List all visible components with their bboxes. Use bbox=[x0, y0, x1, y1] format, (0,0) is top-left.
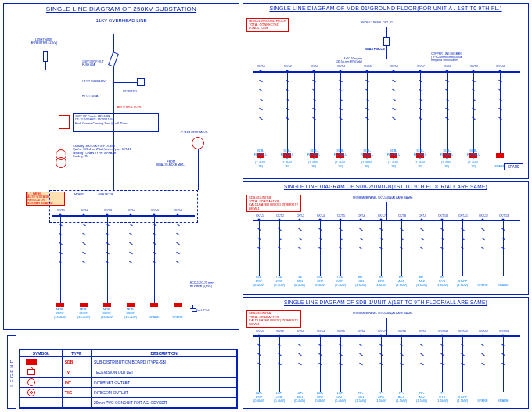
feeder-id: CKT-5 bbox=[334, 330, 348, 333]
feeder-label: SPARE bbox=[498, 283, 508, 287]
breaker-icon bbox=[461, 247, 465, 250]
breaker-icon bbox=[278, 238, 282, 241]
feeder-id: CKT-1 bbox=[54, 209, 68, 212]
feeder: CKT-6SDB-FL#06/U-A (7.4kW-1P) bbox=[394, 71, 394, 156]
breaker-icon bbox=[365, 80, 369, 83]
bus-node bbox=[401, 335, 403, 337]
feeder-id: CKT-6 bbox=[354, 214, 368, 217]
breaker-icon bbox=[481, 353, 485, 356]
breaker-icon bbox=[440, 238, 444, 241]
legend-desc: SUB-DISTRIBUTION BOARD (TYPE-SB) bbox=[91, 357, 236, 367]
sdb2-from: FROM MDB PANEL CKT-1/40A(ALL ARE SAME) bbox=[353, 196, 413, 199]
breaker-icon bbox=[379, 238, 383, 241]
mdb01-label: MDB-01 bbox=[74, 193, 84, 196]
feeder-label: MDB-01/GF (16.4kW) bbox=[77, 307, 90, 319]
bus-node bbox=[502, 219, 505, 221]
bus-node bbox=[366, 70, 368, 73]
feeder: CKT-4MDB-03/GF (16.4kW) bbox=[131, 215, 131, 305]
bus-node bbox=[258, 219, 261, 221]
breaker-icon bbox=[472, 99, 476, 102]
breaker-icon bbox=[461, 228, 465, 231]
breaker-icon bbox=[278, 247, 282, 250]
feeder-label: SPARE bbox=[149, 315, 159, 319]
generator-icon bbox=[192, 137, 204, 149]
legend-symbol-icon bbox=[23, 378, 40, 386]
feeder-id: CKT-6 bbox=[387, 65, 401, 68]
feeder-label: SDB-FL#09/U-A (7.4kW-1P) bbox=[467, 149, 480, 168]
breaker-icon bbox=[298, 363, 302, 366]
feeder-id: CKT-3 bbox=[293, 330, 307, 333]
breaker-icon bbox=[129, 224, 133, 227]
feeder-label: SDB-FL#01/U-A (7.4kW-1P) bbox=[254, 149, 268, 168]
feeder-label: PP-2/R2 (1.5kW) bbox=[376, 391, 386, 403]
legend-row: TVTELEVISION OUTLET bbox=[20, 367, 237, 378]
feeder-id: CKT-2 bbox=[273, 330, 287, 333]
breaker-icon bbox=[339, 89, 343, 92]
breaker-icon bbox=[312, 89, 316, 92]
feeder: CKT-11KIT-PP (1.5kW) bbox=[462, 220, 463, 276]
feeder-label: L&F-1/GF (0.4kW) bbox=[253, 275, 264, 287]
breaker-icon bbox=[501, 363, 505, 366]
breaker-icon bbox=[392, 89, 396, 92]
feeder-label: L&F-3/R1 (0.4kW) bbox=[294, 391, 305, 403]
breaker-icon bbox=[153, 233, 156, 236]
legend-desc: TELEVISION OUTLET bbox=[91, 367, 236, 378]
feeder-id: CKT-1 bbox=[253, 330, 267, 333]
feeder: CKT-5SDB-FL#05/U-A (7.4kW-1P) bbox=[367, 71, 368, 156]
feeder: CKT-4L&F-4/R2 (0.4kW) bbox=[320, 220, 321, 276]
bus-node bbox=[393, 70, 395, 73]
breaker-icon bbox=[318, 353, 322, 356]
feeder-id: CKT-11 bbox=[456, 330, 470, 333]
breaker-icon bbox=[286, 80, 289, 83]
breaker-icon bbox=[440, 247, 444, 250]
legend-symbol-icon bbox=[23, 399, 40, 407]
feeder-label: PP-GYS (1.5kW) bbox=[437, 275, 448, 287]
feeder: CKT-13SPARE bbox=[503, 335, 504, 392]
breaker-icon bbox=[420, 238, 424, 241]
bus-node bbox=[502, 335, 505, 337]
breaker-icon bbox=[339, 80, 343, 83]
breaker-icon bbox=[106, 224, 110, 227]
feeder-id: CKT-4 bbox=[314, 330, 328, 333]
sub-title: SINGLE LINE DIAGRAM OF 250KV SUBSTATION bbox=[4, 4, 239, 14]
breaker-icon bbox=[339, 228, 343, 231]
breaker-icon bbox=[298, 344, 302, 347]
breaker-icon bbox=[392, 108, 396, 111]
feeder-label: SPARE bbox=[477, 283, 487, 287]
feeder-id: CKT-8 bbox=[395, 330, 409, 333]
breaker-icon bbox=[498, 99, 502, 102]
feeder: CKT-3SDB-FL#03/U-A (7.4kW-1P) bbox=[314, 71, 315, 156]
bus-node bbox=[260, 70, 262, 73]
feeder-label: L&F-4/R2 (0.4kW) bbox=[315, 275, 325, 287]
feeder-id: CKT-10 bbox=[436, 330, 450, 333]
sdb1-busbar bbox=[253, 335, 520, 337]
feeder-label: PP-1/R1 (1.5kW) bbox=[355, 391, 366, 403]
feeder-label: KIT-PP (1.5kW) bbox=[457, 395, 468, 403]
mdb-mccb-icon bbox=[383, 37, 390, 46]
mdb-title: SINGLE LINE DIAGRAM OF MDB-01/GROUND FLO… bbox=[243, 4, 528, 13]
panel-sdb1: SINGLE LINE DIAGRAM OF SDB-1/UNIT-A(1ST … bbox=[243, 297, 529, 409]
bus-node bbox=[319, 219, 322, 221]
bus-node bbox=[473, 70, 475, 73]
breaker-icon bbox=[259, 99, 263, 102]
breaker-icon bbox=[129, 261, 133, 264]
feeder: CKT-9PP-AC2 (1.5kW) bbox=[422, 335, 422, 392]
feeder-id: CKT-8 bbox=[440, 65, 455, 68]
feeder-id: CKT-7 bbox=[414, 65, 428, 68]
feeder-label: PP-2/R2 (1.5kW) bbox=[376, 275, 386, 287]
bus-node bbox=[177, 214, 179, 217]
sdb-box-icon bbox=[174, 303, 182, 307]
breaker-icon bbox=[481, 344, 485, 347]
breaker-icon bbox=[419, 117, 422, 120]
feeder: CKT-6PP-1/R1 (1.5kW) bbox=[361, 335, 361, 392]
breaker-icon bbox=[59, 224, 63, 227]
feeder: CKT-2SDB-FL#02/U-A (7.4kW-1P) bbox=[287, 71, 288, 156]
feeder: CKT-8PP-AC1 (1.5kW) bbox=[401, 335, 402, 392]
earth-pit-label: Earth Pit 2 bbox=[196, 309, 209, 312]
bus-node bbox=[340, 70, 342, 73]
breaker-icon bbox=[501, 228, 505, 231]
breaker-icon bbox=[153, 224, 156, 227]
mdb-busbar bbox=[253, 71, 520, 73]
sdb-box-icon bbox=[496, 153, 504, 158]
bus-node bbox=[401, 219, 403, 221]
